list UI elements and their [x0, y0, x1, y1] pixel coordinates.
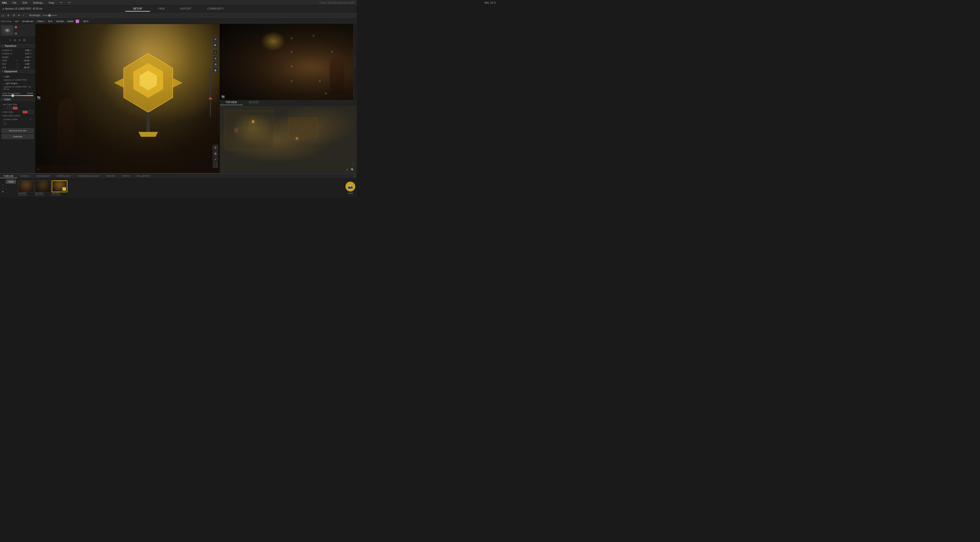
timeline-controls: + ↔ ◉	[2, 183, 4, 193]
vp-tool-play-btn[interactable]: ▶	[213, 42, 218, 48]
nav-tab-setup[interactable]: SETUP	[125, 6, 150, 11]
topview-expand-icon[interactable]: ⊕	[346, 168, 348, 171]
roll-value[interactable]: 0.00	[20, 63, 29, 65]
topview-light-position	[251, 120, 255, 123]
grid-dot-6[interactable]	[291, 66, 292, 67]
camera-ratio[interactable]: 4:3	[15, 20, 18, 22]
panel-a-btn[interactable]: A	[18, 38, 21, 42]
navigate-btn[interactable]: ✛	[213, 145, 218, 150]
topview-zoom-icon[interactable]: 🔍	[351, 168, 354, 171]
vert-slider-track[interactable]	[210, 68, 211, 117]
preview-camera-icon[interactable]: 📷	[221, 95, 225, 98]
move-tool-btn[interactable]: ✛	[6, 13, 11, 18]
tc-move-btn[interactable]: ↔	[2, 187, 4, 190]
timeline-tab-props[interactable]: PROPS	[119, 174, 134, 178]
timeline-tab-timeline[interactable]: TIMELINE	[0, 174, 17, 178]
equipment-light-name-row[interactable]: Aputure LS 1200D PRO ›	[2, 78, 34, 81]
transform-section-header[interactable]: ▼ Transform	[0, 44, 35, 49]
menu-edit[interactable]: Edit	[22, 1, 28, 4]
vp-tool-arrows-btn[interactable]: ⊕	[213, 56, 218, 61]
pitch-reset-btn[interactable]: ↺	[16, 59, 19, 62]
grid-dot-3[interactable]	[291, 51, 292, 53]
equipment-shaper-name-row[interactable]: Aputure LS 1200D PRO - Ø 20 cm ›	[2, 85, 34, 91]
yaw-reset-btn[interactable]: ↺	[16, 66, 19, 69]
vp-tool-camera-btn[interactable]: ⊕	[213, 36, 218, 41]
zoom-in-btn[interactable]: +	[213, 157, 218, 162]
vp-tool-grid-btn[interactable]: ⊞	[213, 62, 218, 67]
back-icon[interactable]: ◀	[2, 7, 4, 10]
timeline-tab-helper[interactable]: HELPER	[103, 174, 119, 178]
vp-tool-move-btn[interactable]: ↕	[213, 50, 218, 55]
grid-dot-9[interactable]	[325, 92, 326, 94]
panel-icons-row: + ⊕ A ⛓	[0, 37, 35, 44]
remove-from-set-btn[interactable]: Remove from Set	[2, 128, 34, 133]
camera-nd[interactable]: ND 0	[83, 20, 88, 22]
timeline-collapse-icon[interactable]: ▾	[352, 175, 357, 178]
topview-fullscreen-icon[interactable]: ⛶	[352, 163, 354, 166]
menu-settings[interactable]: Settings	[32, 1, 44, 4]
right-tab-topview[interactable]: TOPVIEW	[220, 100, 243, 105]
pitch-unit: °	[30, 59, 33, 62]
timeline-tab-speedlight[interactable]: SPEEDLIGHT	[53, 174, 74, 178]
timeline-tab-models[interactable]: MODELS	[17, 174, 33, 178]
yaw-value[interactable]: 49.22	[20, 66, 29, 69]
nav-tab-community[interactable]: COMMUNITY	[199, 6, 232, 11]
apply-btn[interactable]: Apply	[6, 180, 16, 183]
camera-wb[interactable]: 6000K	[67, 20, 74, 22]
panel-link-btn[interactable]: ⛓	[22, 38, 27, 42]
panel-target-btn[interactable]: ⊕	[13, 38, 17, 42]
add-color-btn[interactable]: +	[3, 121, 7, 125]
shot-3-thumb[interactable]: ✓	[52, 180, 67, 192]
camera-aperture[interactable]: f/2.8	[48, 20, 52, 22]
timeline-tab-mylibrary[interactable]: MY LIBRARY	[133, 174, 153, 178]
height-value[interactable]: 2.00	[20, 56, 29, 58]
menu-file[interactable]: File	[11, 1, 18, 4]
sep3: ›	[35, 20, 35, 22]
color-temp-slider[interactable]	[2, 95, 33, 96]
shot-2-thumb[interactable]	[35, 180, 51, 192]
timeline-tab-monolight[interactable]: MONOLIGHT	[33, 174, 54, 178]
rotate-tool-btn[interactable]: ↺	[11, 13, 16, 18]
right-tab-setlist[interactable]: SETLIST	[243, 100, 265, 105]
position-y-value[interactable]: 4.77	[20, 53, 29, 55]
select-tool-btn[interactable]: ▷	[1, 13, 5, 18]
zoom-arrows-btn[interactable]: ⊕	[213, 151, 218, 156]
draw-tool-btn[interactable]: ∕	[22, 13, 25, 18]
grid-dot-1[interactable]	[313, 35, 314, 37]
tc-add-btn[interactable]: +	[2, 183, 4, 186]
timeline-tab-continuous[interactable]: CONTINUOUS LIGHT	[74, 174, 103, 178]
grid-dot-7[interactable]	[291, 80, 292, 82]
vp-tool-eye-btn[interactable]: ◉	[213, 67, 218, 73]
camera-shutter[interactable]: 1/500 s	[37, 20, 45, 22]
nav-tab-export[interactable]: EXPORT	[172, 6, 199, 11]
position-x-value[interactable]: 3.66	[20, 49, 29, 51]
nav-left: ◀ Aputure LS 1200D PRO - Ø 20 cm	[0, 7, 49, 10]
panel-add-btn[interactable]: +	[9, 38, 11, 42]
menu-help[interactable]: Help	[48, 1, 55, 4]
viewport-background	[35, 24, 220, 173]
pitch-value[interactable]: -13.20	[20, 59, 29, 62]
color-gels-row: Color Gels	[2, 110, 34, 114]
camera-iso[interactable]: ISO100	[56, 20, 64, 22]
shot-1-thumb[interactable]	[18, 180, 34, 192]
menu-undo-icon[interactable]: ↩	[59, 1, 63, 4]
camera-position-icon[interactable]: 📷	[37, 96, 41, 99]
grid-dot-8[interactable]	[319, 80, 320, 82]
roll-reset-btn[interactable]: ↺	[16, 63, 19, 65]
grid-dot-4[interactable]	[331, 51, 333, 53]
zoom-fullscreen-btn[interactable]: ⛶	[213, 163, 218, 168]
camera-lens[interactable]: 24-105 mm	[22, 20, 33, 22]
duplicate-btn[interactable]: Duplicate	[2, 134, 34, 139]
studiolight-slider[interactable]	[42, 15, 57, 16]
menu-redo-icon[interactable]: ↪	[67, 1, 71, 4]
custom-colors-remove-btn[interactable]: ✕	[29, 118, 32, 121]
lee-gels-row: Lee Color Gels	[2, 103, 34, 106]
equipment-section-header[interactable]: ▼ Equipment	[0, 69, 35, 74]
nav-tab-view[interactable]: VIEW	[150, 6, 172, 11]
snap-btn[interactable]: 📷	[345, 182, 355, 191]
grid-dot-2[interactable]	[291, 38, 292, 39]
viewport-bottom-left-arrow[interactable]: ‹‹	[37, 167, 39, 171]
color-section-header[interactable]: ▼ Color	[0, 97, 35, 102]
tc-eye-btn[interactable]: ◉	[2, 190, 4, 193]
pen-tool-btn[interactable]: ✏	[17, 13, 21, 18]
